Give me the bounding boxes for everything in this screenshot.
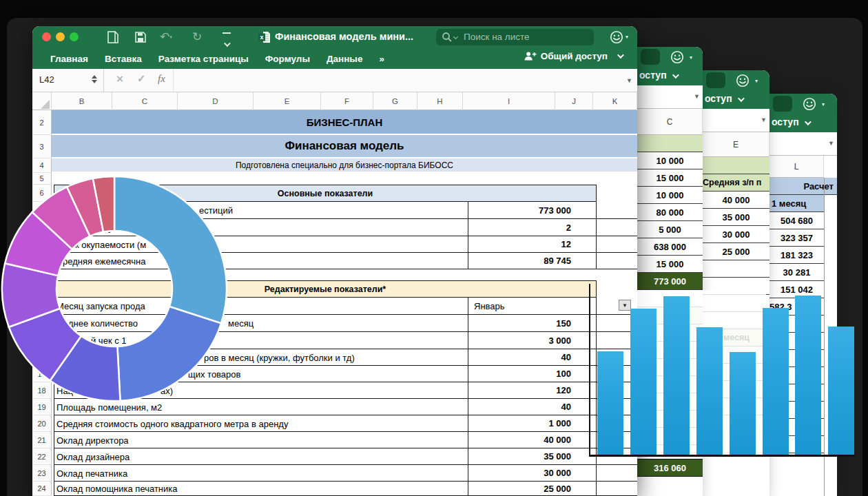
ribbon-tab[interactable]: Формулы — [265, 54, 310, 64]
cell[interactable]: 638 000 — [637, 238, 703, 256]
cell[interactable]: Средняя з/п п — [703, 174, 769, 192]
row-label-cell[interactable]: Оклад помощника печатника — [54, 482, 468, 496]
share-button[interactable]: оступ — [772, 116, 809, 127]
row-value-cell[interactable]: 40 — [468, 399, 597, 415]
row-value-cell[interactable]: Январь — [468, 298, 597, 315]
column-header[interactable]: E — [703, 132, 769, 157]
zoom-button[interactable] — [70, 32, 79, 41]
cancel-icon[interactable]: × — [116, 72, 123, 86]
row-value-cell[interactable]: 12 — [468, 236, 597, 253]
collapsed-search-pill[interactable] — [773, 96, 792, 112]
cell[interactable]: 181 323 — [769, 247, 824, 264]
search-box[interactable]: Поиск на листе — [436, 29, 594, 45]
feedback-smiley-icon[interactable] — [735, 73, 750, 88]
total-cell[interactable]: 316 060 — [637, 459, 703, 477]
column-header[interactable]: L — [769, 156, 824, 178]
empty-cell[interactable] — [597, 219, 637, 236]
cell[interactable]: 35 000 — [703, 209, 769, 226]
row-value-cell[interactable]: 773 000 — [468, 202, 597, 219]
empty-cell[interactable] — [597, 482, 637, 496]
cell[interactable]: 15 000 — [637, 169, 703, 187]
feedback-smiley-icon[interactable] — [802, 96, 817, 112]
cell[interactable]: 1 месяц — [769, 195, 824, 212]
row-number[interactable]: 2 — [32, 110, 52, 135]
row-value-cell[interactable]: 120 — [468, 382, 597, 399]
new-file-icon[interactable] — [107, 31, 119, 43]
row-value-cell[interactable]: 40 000 — [468, 432, 597, 448]
row-value-cell[interactable]: 3 000 — [468, 332, 597, 349]
row-value-cell[interactable]: 25 000 — [468, 482, 597, 496]
cell[interactable]: 30 281 — [769, 264, 824, 281]
cell[interactable]: 5 000 — [637, 221, 703, 238]
formula-bar[interactable]: ▼ — [769, 132, 837, 156]
ribbon-tab[interactable]: Главная — [50, 54, 88, 64]
row-value-cell[interactable]: 89 745 — [468, 253, 597, 269]
column-header[interactable]: I — [463, 92, 555, 110]
column-header[interactable]: D — [178, 92, 254, 110]
close-button[interactable] — [42, 32, 51, 41]
column-header[interactable]: J — [555, 92, 593, 110]
column-header[interactable]: C — [637, 109, 703, 135]
share-button[interactable]: оступ — [639, 70, 677, 81]
column-header[interactable]: E — [254, 92, 321, 110]
cell[interactable]: 40 000 — [703, 192, 769, 209]
name-box-stepper[interactable] — [92, 74, 99, 85]
row-number[interactable]: 21 — [32, 432, 52, 448]
cell[interactable] — [637, 135, 703, 152]
row-value-cell[interactable]: 150 — [468, 315, 597, 332]
donut-chart[interactable] — [0, 174, 229, 403]
row-value-cell[interactable]: 30 000 — [468, 465, 597, 482]
cell[interactable]: 25 000 — [703, 243, 769, 260]
empty-cell[interactable] — [597, 236, 637, 253]
minimize-button[interactable] — [56, 32, 65, 41]
row-label-cell[interactable]: Оклад директора — [54, 432, 468, 448]
row-label-cell[interactable]: Оклад дизайнера — [54, 448, 468, 465]
row-label-cell[interactable]: Оклад печатника — [54, 465, 468, 482]
cell[interactable] — [703, 260, 769, 278]
empty-cell[interactable] — [597, 202, 637, 219]
row-number[interactable]: 23 — [32, 465, 52, 482]
collapsed-search-pill[interactable] — [706, 72, 725, 88]
share-button[interactable]: оступ — [705, 93, 743, 104]
formula-bar[interactable]: ▼ — [637, 85, 703, 109]
empty-cell[interactable] — [597, 253, 637, 269]
feedback-smiley-icon[interactable] — [670, 50, 685, 65]
row-label-cell[interactable]: Средняя стоимость одного квадратного мет… — [54, 415, 468, 432]
row-value-cell[interactable]: 1 000 — [468, 415, 597, 432]
formula-bar-dropdown-icon[interactable]: ▼ — [828, 140, 834, 147]
ribbon-tab[interactable]: » — [379, 54, 384, 64]
column-header[interactable]: F — [321, 92, 373, 110]
row-value-cell[interactable]: 40 — [468, 349, 597, 366]
cell[interactable]: 323 357 — [769, 229, 824, 247]
banner-cell[interactable]: Подготовлена специально для бизнес-порта… — [52, 158, 637, 172]
undo-icon[interactable]: ↶▾ — [160, 30, 172, 45]
formula-bar-dropdown-icon[interactable]: ▼ — [761, 116, 767, 123]
row-value-cell[interactable]: 2 — [468, 219, 597, 236]
column-header[interactable]: H — [417, 92, 463, 110]
share-button[interactable]: Общий доступ — [524, 51, 622, 61]
feedback-smiley-icon[interactable]: ▾ — [609, 30, 632, 45]
ribbon-tab[interactable]: Данные — [327, 54, 362, 64]
cell[interactable]: 15 000 — [637, 256, 703, 273]
empty-cell[interactable] — [597, 465, 637, 482]
row-number[interactable]: 24 — [32, 482, 52, 496]
formula-bar-dropdown-icon[interactable]: ▼ — [626, 77, 632, 84]
collapsed-search-pill[interactable] — [641, 49, 660, 65]
cell[interactable]: 80 000 — [637, 204, 703, 221]
name-box[interactable]: L42 — [32, 69, 104, 92]
select-all-corner[interactable] — [32, 92, 52, 110]
column-header[interactable]: K — [593, 92, 637, 110]
row-number[interactable]: 3 — [32, 135, 52, 158]
row-number[interactable]: 20 — [32, 415, 52, 432]
cell[interactable]: 10 000 — [637, 187, 703, 204]
enter-icon[interactable]: ✓ — [137, 72, 146, 85]
column-header[interactable]: B — [52, 92, 112, 110]
save-icon[interactable] — [134, 31, 147, 43]
banner-cell[interactable]: Финансовая модель — [52, 135, 637, 157]
column-header[interactable]: G — [373, 92, 417, 110]
cell[interactable]: 773 000 — [637, 273, 703, 290]
cell[interactable] — [703, 157, 769, 174]
dropdown-button[interactable]: ▼ — [619, 300, 631, 311]
row-value-cell[interactable]: 100 — [468, 366, 597, 382]
column-header[interactable]: C — [112, 92, 178, 110]
